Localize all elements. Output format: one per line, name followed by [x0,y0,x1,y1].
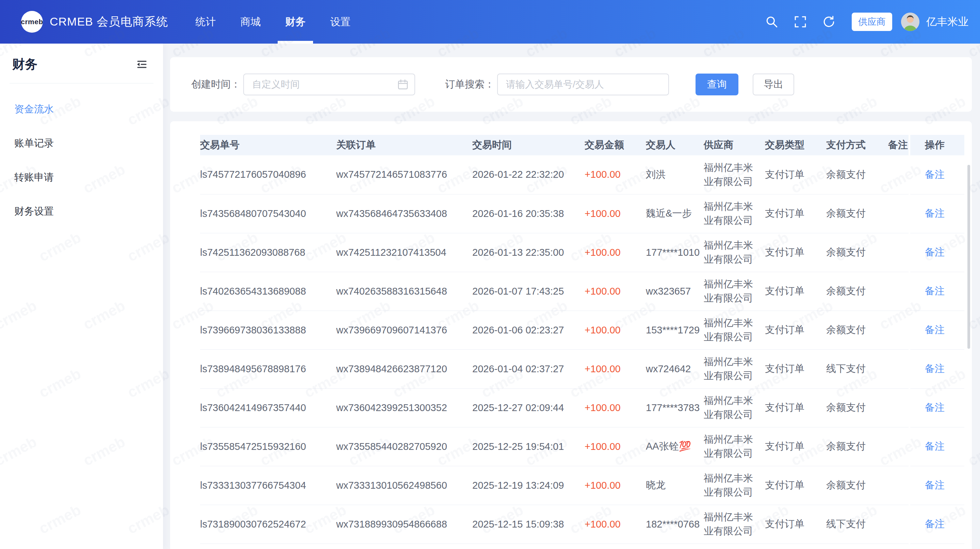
cell-supplier: 福州亿丰米业有限公司 [704,311,765,350]
cell-pay-method: 余额支付 [826,427,888,466]
table-row: ls740263654313689088 wx74026358831631564… [200,272,964,311]
cell-transaction-no: ls735585472515932160 [200,427,336,466]
cell-transaction-time: 2026-01-07 17:43:25 [472,272,585,311]
search-icon[interactable] [765,15,778,28]
cell-transaction-time: 2025-12-25 19:54:01 [472,427,585,466]
col-linked-order: 关联订单 [336,135,472,155]
cell-pay-method: 线下支付 [826,350,888,388]
nav-item-finance[interactable]: 财务 [273,0,318,44]
cell-pay-method: 余额支付 [826,272,888,311]
username[interactable]: 亿丰米业 [926,14,969,29]
cell-amount: +100.00 [585,311,646,350]
table-row: ls739669738036133888 wx73966970960714137… [200,311,964,350]
table-row: ls736042414967357440 wx73604239925130035… [200,388,964,427]
sidebar-item-bill-records[interactable]: 账单记录 [0,126,163,160]
cell-type: 支付订单 [765,427,826,466]
export-button[interactable]: 导出 [753,73,794,95]
cell-remark [888,505,908,544]
col-transaction-no: 交易单号 [200,135,336,155]
cell-transaction-no: ls743568480707543040 [200,194,336,233]
avatar[interactable] [901,13,920,31]
remark-link[interactable]: 备注 [925,518,945,529]
cell-amount: +100.00 [585,350,646,388]
col-remark: 备注 [888,135,908,155]
remark-link[interactable]: 备注 [925,208,945,219]
cell-trader: 177****3783 [646,388,704,427]
cell-transaction-time: 2026-01-13 22:35:00 [472,233,585,272]
cell-remark [888,272,908,311]
date-range-input[interactable] [243,73,415,95]
cell-trader: 刘洪 [646,155,704,194]
remark-link[interactable]: 备注 [925,480,945,490]
cell-amount: +100.00 [585,466,646,505]
page-layout: 财务 资金流水 账单记录 转账申请 财务设置 创建时间： 订单搜索： [0,44,980,549]
cell-supplier: 福州亿丰米业有限公司 [704,194,765,233]
cell-pay-method: 余额支付 [826,155,888,194]
vertical-scrollbar[interactable] [967,165,970,349]
fullscreen-icon[interactable] [794,15,807,28]
query-button[interactable]: 查询 [695,73,738,95]
refresh-icon[interactable] [822,15,835,28]
cell-pay-method: 线下支付 [826,505,888,544]
table-row: ls745772176057040896 wx74577214657108377… [200,155,964,194]
cell-linked-order: wx742511232107413504 [336,233,472,272]
role-badge: 供应商 [852,13,892,31]
col-amount: 交易金额 [585,135,646,155]
table-header: 交易单号 关联订单 交易时间 交易金额 交易人 供应商 交易类型 支付方式 备注… [200,135,964,155]
cell-remark [888,311,908,350]
cell-amount: +100.00 [585,388,646,427]
remark-link[interactable]: 备注 [925,324,945,335]
table-row: ls731890030762524672 wx73188993095486668… [200,505,964,544]
cell-supplier: 福州亿丰米业有限公司 [704,505,765,544]
cell-transaction-time: 2026-01-16 20:35:38 [472,194,585,233]
cell-transaction-no: ls745772176057040896 [200,155,336,194]
cell-trader: 魏近&一步 [646,194,704,233]
cell-trader: wx724642 [646,350,704,388]
fixed-column-divider [908,135,910,549]
cell-transaction-time: 2025-12-19 13:24:09 [472,466,585,505]
cell-transaction-no: ls740263654313689088 [200,272,336,311]
collapse-sidebar-icon[interactable] [136,58,148,70]
cell-amount: +100.00 [585,233,646,272]
sidebar: 财务 资金流水 账单记录 转账申请 财务设置 [0,44,163,549]
cell-supplier: 福州亿丰米业有限公司 [704,427,765,466]
cell-transaction-time: 2025-12-15 15:09:38 [472,505,585,544]
sidebar-item-transfer-request[interactable]: 转账申请 [0,160,163,195]
date-filter-label: 创建时间： [191,78,240,91]
cell-remark [888,466,908,505]
top-nav-menu: 统计 商城 财务 设置 [183,0,363,44]
top-navbar: crmeb CRMEB 会员电商系统 统计 商城 财务 设置 供应商 亿丰米业 [0,0,980,44]
nav-item-mall[interactable]: 商城 [228,0,273,44]
cell-amount: +100.00 [585,505,646,544]
remark-link[interactable]: 备注 [925,286,945,296]
sidebar-header: 财务 [0,44,163,83]
remark-link[interactable]: 备注 [925,441,945,452]
cell-type: 支付订单 [765,194,826,233]
order-search-input[interactable] [497,73,669,95]
transactions-table-wrap: 交易单号 关联订单 交易时间 交易金额 交易人 供应商 交易类型 支付方式 备注… [184,135,964,544]
cell-remark [888,427,908,466]
sidebar-item-capital-flow[interactable]: 资金流水 [0,92,163,126]
cell-supplier: 福州亿丰米业有限公司 [704,155,765,194]
remark-link[interactable]: 备注 [925,247,945,257]
cell-pay-method: 余额支付 [826,388,888,427]
nav-item-statistics[interactable]: 统计 [183,0,228,44]
cell-type: 支付订单 [765,272,826,311]
cell-trader: 182****0768 [646,505,704,544]
table-row: ls733313037766754304 wx73331301056249856… [200,466,964,505]
cell-transaction-no: ls742511362093088768 [200,233,336,272]
remark-link[interactable]: 备注 [925,402,945,413]
remark-link[interactable]: 备注 [925,363,945,374]
table-row: ls738948495678898176 wx73894842662387712… [200,350,964,388]
sidebar-item-finance-settings[interactable]: 财务设置 [0,195,163,228]
cell-remark [888,233,908,272]
table-row: ls735585472515932160 wx73558544028270592… [200,427,964,466]
cell-pay-method: 余额支付 [826,311,888,350]
col-supplier: 供应商 [704,135,765,155]
col-pay-method: 支付方式 [826,135,888,155]
remark-link[interactable]: 备注 [925,169,945,180]
transactions-card: 交易单号 关联订单 交易时间 交易金额 交易人 供应商 交易类型 支付方式 备注… [170,121,972,549]
cell-trader: 晓龙 [646,466,704,505]
cell-trader: wx323657 [646,272,704,311]
nav-item-settings[interactable]: 设置 [318,0,363,44]
